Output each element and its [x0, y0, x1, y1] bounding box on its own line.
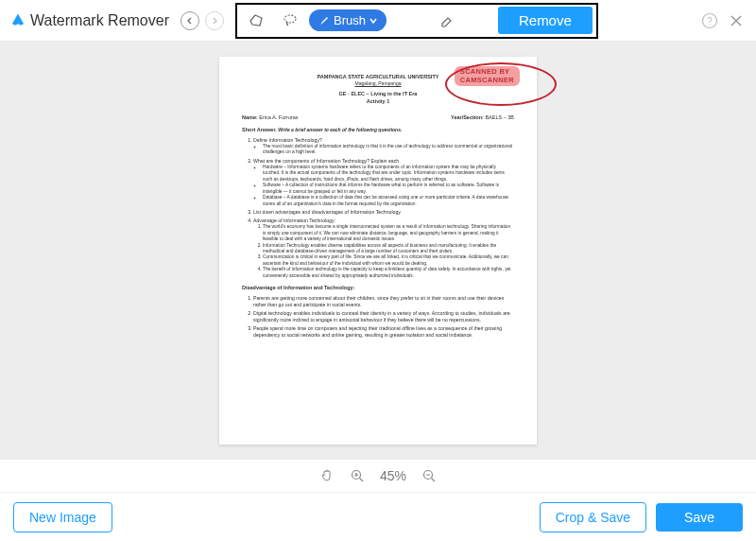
svg-point-0 — [284, 15, 296, 23]
tool-group: Brush Remove — [235, 3, 598, 39]
doc-activity: Activity 1 — [242, 98, 514, 105]
brush-label: Brush — [334, 13, 366, 27]
document-preview: SCANNED BY CAMSCANNER PAMPANGA STATE AGR… — [219, 57, 537, 445]
brush-tool-button[interactable]: Brush — [309, 9, 387, 31]
app-title: Watermark Remover — [30, 12, 169, 29]
close-icon — [729, 13, 744, 28]
save-button[interactable]: Save — [656, 503, 743, 532]
watermark-line2: CAMSCANNER — [460, 76, 514, 84]
main-toolbar: Watermark Remover Brush Remove ? — [0, 0, 756, 42]
doc-course: GE - ELEC – Living in the IT Era — [242, 91, 514, 97]
zoom-level: 45% — [380, 468, 406, 483]
footer-bar: New Image Crop & Save Save — [0, 492, 756, 541]
redo-icon — [210, 16, 219, 26]
pan-tool-button[interactable] — [319, 468, 335, 483]
eraser-tool-button[interactable] — [432, 8, 462, 34]
brush-icon — [318, 15, 330, 26]
redo-button[interactable] — [205, 11, 224, 30]
close-button[interactable] — [726, 10, 747, 31]
eraser-icon — [438, 12, 455, 29]
svg-text:?: ? — [707, 15, 713, 26]
watermark-selection[interactable]: SCANNED BY CAMSCANNER — [455, 66, 520, 86]
app-logo: Watermark Remover — [9, 12, 169, 29]
zoom-bar: 45% — [0, 460, 756, 492]
help-button[interactable]: ? — [699, 10, 720, 31]
canvas-area[interactable]: SCANNED BY CAMSCANNER PAMPANGA STATE AGR… — [0, 42, 756, 460]
undo-button[interactable] — [180, 11, 199, 30]
crop-save-button[interactable]: Crop & Save — [540, 502, 646, 532]
zoom-out-button[interactable] — [421, 468, 437, 483]
lasso-tool-button[interactable] — [275, 8, 305, 34]
new-image-button[interactable]: New Image — [13, 502, 112, 532]
hand-icon — [319, 468, 335, 483]
chevron-down-icon — [369, 17, 377, 25]
polygon-icon — [248, 12, 265, 29]
zoom-out-icon — [421, 468, 437, 483]
remove-button[interactable]: Remove — [498, 7, 593, 34]
app-logo-icon — [9, 12, 26, 29]
lasso-icon — [282, 12, 299, 29]
help-icon: ? — [701, 12, 718, 29]
polygon-tool-button[interactable] — [241, 8, 271, 34]
undo-icon — [185, 16, 195, 26]
zoom-in-button[interactable] — [350, 468, 365, 483]
zoom-in-icon — [350, 468, 365, 483]
